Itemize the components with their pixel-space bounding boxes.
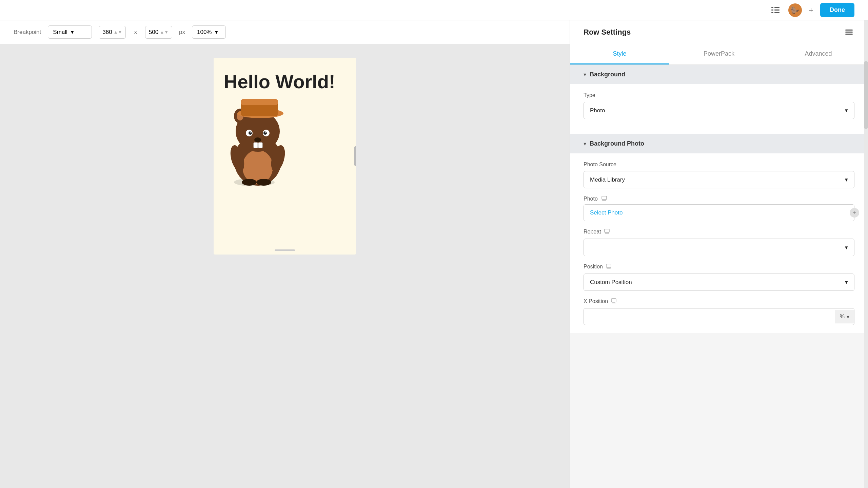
position-label: Position [584,264,603,270]
svg-rect-40 [607,268,611,269]
dimension-separator: x [134,29,137,36]
background-photo-section-header[interactable]: ▾ Background Photo [570,134,868,153]
zoom-value: 100% [197,29,212,36]
svg-rect-32 [602,196,607,200]
repeat-device-icon [604,228,610,235]
background-section-title: Background [590,71,625,78]
photo-source-label: Photo Source [584,162,854,168]
photo-label: Photo [584,196,598,202]
svg-point-8 [242,150,273,184]
photo-source-value: Media Library [590,176,625,183]
svg-point-21 [254,137,261,142]
height-value: 500 [149,29,158,36]
tab-advanced[interactable]: Advanced [769,44,868,64]
position-field-row: Position Custom Position ▾ [584,263,854,291]
panel-title: Row Settings [584,28,631,37]
beaver-icon[interactable]: 🦫 [788,3,802,17]
width-input[interactable]: 360 ▲▼ [99,26,126,39]
px-label: px [179,29,185,36]
photo-source-select[interactable]: Media Library ▾ [584,171,854,188]
scrollbar-thumb[interactable] [864,61,868,129]
width-value: 360 [102,29,112,36]
beaver-mascot [224,99,292,187]
panel-close-icon[interactable] [844,27,854,38]
photo-source-chevron-icon: ▾ [845,176,848,183]
hello-world-heading: Hello World! [224,71,335,92]
breakpoint-bar: Breakpoint Small ▾ 360 ▲▼ x 500 ▲▼ px 10… [0,20,570,44]
x-position-input[interactable] [584,308,835,325]
svg-rect-37 [605,233,609,234]
svg-point-20 [265,131,267,133]
photo-label-row: Photo [584,195,854,202]
panel-body: ▾ Background Type Photo ▾ ▾ Background P… [570,65,868,488]
svg-rect-38 [606,264,611,267]
right-resize-handle[interactable] [354,146,356,166]
type-select-value: Photo [590,107,605,114]
unit-selector[interactable]: % ▾ [835,310,854,323]
x-position-field-row: X Position % ▾ [584,298,854,325]
tab-powerpack[interactable]: PowerPack [669,44,769,64]
photo-field-row: Photo Select Photo + [584,195,854,221]
svg-point-28 [256,179,271,186]
repeat-field-row: Repeat ▾ [584,228,854,256]
list-icon[interactable] [769,4,782,16]
type-select-chevron-icon: ▾ [845,107,848,114]
svg-rect-29 [845,30,853,31]
x-position-label: X Position [584,298,608,304]
done-button[interactable]: Done [820,3,854,17]
add-icon[interactable]: + [809,5,813,15]
x-position-label-row: X Position [584,298,854,305]
position-select[interactable]: Custom Position ▾ [584,274,854,291]
select-photo-link[interactable]: Select Photo [590,209,623,216]
canvas-wrapper: Hello World! [214,58,356,255]
scrollbar-track [864,20,868,488]
svg-point-27 [242,179,257,186]
background-section-content: Type Photo ▾ [570,84,868,134]
svg-rect-2 [771,10,773,11]
background-photo-chevron-icon: ▾ [584,140,586,147]
bottom-scroll-indicator [275,249,295,251]
unit-chevron-icon: ▾ [847,314,849,320]
unit-value: % [840,314,845,320]
breakpoint-chevron-icon: ▾ [71,29,74,36]
breakpoint-select[interactable]: Small ▾ [48,25,92,39]
position-device-icon [606,263,612,270]
background-photo-section-content: Photo Source Media Library ▾ Photo [570,153,868,333]
type-field-row: Type Photo ▾ [584,92,854,119]
svg-rect-41 [611,299,616,302]
right-panel: Row Settings Style PowerPack Advanced ▾ … [570,20,868,488]
breakpoint-label: Breakpoint [14,29,41,36]
canvas-frame: Hello World! [214,58,356,255]
svg-rect-31 [845,34,853,35]
svg-rect-3 [774,10,780,11]
background-chevron-icon: ▾ [584,71,586,78]
topbar: 🦫 + Done [0,0,868,20]
svg-rect-14 [241,99,278,105]
svg-rect-30 [845,32,853,33]
panel-header: Row Settings [570,20,868,44]
type-label: Type [584,92,854,98]
position-label-row: Position [584,263,854,270]
position-value: Custom Position [590,279,632,286]
height-input[interactable]: 500 ▲▼ [145,26,172,39]
zoom-select[interactable]: 100% ▾ [192,25,226,39]
canvas-content: Hello World! [214,58,356,187]
svg-rect-1 [774,7,780,8]
svg-rect-22 [254,143,258,148]
repeat-label: Repeat [584,229,601,235]
type-select[interactable]: Photo ▾ [584,102,854,119]
svg-rect-35 [605,229,609,232]
x-position-input-group: % ▾ [584,308,854,325]
repeat-select[interactable]: ▾ [584,239,854,256]
photo-source-field-row: Photo Source Media Library ▾ [584,162,854,188]
add-photo-icon[interactable]: + [850,208,859,218]
breakpoint-value: Small [53,29,67,36]
x-position-device-icon [611,298,617,305]
tab-style[interactable]: Style [570,44,669,64]
svg-rect-23 [258,143,262,148]
zoom-chevron-icon: ▾ [215,29,218,36]
background-section-header[interactable]: ▾ Background [570,65,868,84]
svg-rect-5 [774,12,780,13]
repeat-label-row: Repeat [584,228,854,235]
svg-rect-43 [612,303,616,303]
